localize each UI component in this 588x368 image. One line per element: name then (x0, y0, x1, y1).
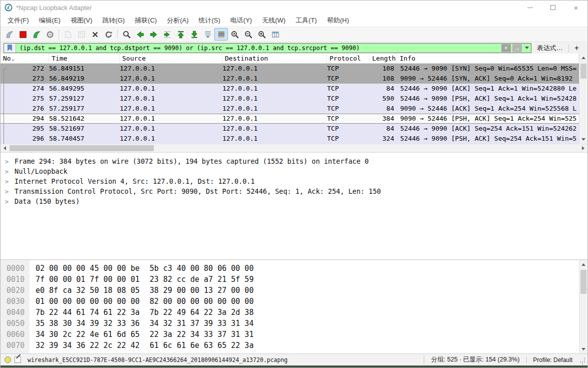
next-packet-button[interactable] (147, 28, 160, 41)
capture-options-button[interactable] (43, 28, 57, 41)
packet-row-296[interactable]: 29658.740457127.0.0.1127.0.0.1TCP3245244… (1, 134, 587, 144)
filter-bookmark-button[interactable] (4, 44, 16, 53)
close-button[interactable]: × (564, 1, 587, 15)
close-file-button[interactable] (88, 28, 102, 41)
hex-bytes-left[interactable]: 7b 22 44 61 74 61 22 3a (36, 308, 140, 317)
menu-go[interactable]: 跳转(G) (97, 16, 130, 25)
restart-capture-button[interactable] (30, 28, 43, 41)
start-capture-button[interactable] (3, 28, 16, 41)
reload-file-button[interactable] (102, 28, 115, 41)
hscrollbar-thumb[interactable] (10, 145, 154, 151)
scroll-up-arrow[interactable] (579, 54, 587, 62)
menu-capture[interactable]: 捕获(C) (130, 16, 162, 25)
column-header-info[interactable]: Info (397, 54, 579, 63)
menu-analyze[interactable]: 分析(A) (162, 16, 193, 25)
capture-comment-button[interactable] (13, 356, 23, 363)
maximize-button[interactable] (541, 1, 564, 15)
column-header-protocol[interactable]: Protocol (327, 54, 370, 63)
minimize-button[interactable] (518, 1, 541, 15)
packet-row-275[interactable]: 27557.259127127.0.0.1127.0.0.1TCP5905244… (1, 94, 587, 104)
auto-scroll-button[interactable] (201, 28, 214, 41)
detail-line-0[interactable]: >Frame 294: 384 bytes on wire (3072 bits… (1, 156, 587, 166)
menu-tools[interactable]: 工具(T) (290, 16, 322, 25)
hex-bytes-left[interactable]: 34 30 2c 22 4e 61 6d 65 (36, 330, 140, 339)
hex-bytes-right[interactable]: 61 6c 61 6e 63 65 22 3a (150, 341, 254, 350)
packet-row-274[interactable]: 27456.849295127.0.0.1127.0.0.1TCP8452446… (1, 84, 587, 94)
first-packet-button[interactable] (174, 28, 187, 41)
menu-statistics[interactable]: 统计(S) (193, 16, 225, 25)
column-header-source[interactable]: Source (120, 54, 222, 63)
profile-label[interactable]: Profile: Default (526, 356, 578, 363)
packet-list-hscrollbar[interactable] (1, 144, 587, 152)
expand-chevron-icon[interactable]: > (5, 187, 15, 196)
scroll-up-arrow[interactable] (579, 260, 587, 269)
find-packet-button[interactable] (120, 28, 133, 41)
hex-bytes-left[interactable]: e0 8f ca 32 50 18 08 05 (36, 286, 140, 295)
detail-line-4[interactable]: >Data (150 bytes) (1, 196, 587, 206)
first-packet-icon (176, 30, 185, 39)
expand-chevron-icon[interactable]: > (5, 157, 15, 166)
time-cell: 58.521642 (49, 114, 120, 123)
scroll-down-arrow[interactable] (579, 135, 587, 144)
hex-bytes-right[interactable]: 23 82 cc de a7 21 5f 59 (150, 275, 254, 284)
zoom-reset-button[interactable] (255, 28, 268, 41)
filter-history-dropdown[interactable] (523, 44, 531, 53)
expand-chevron-icon[interactable]: > (5, 177, 15, 186)
scrollbar-thumb[interactable] (580, 270, 586, 294)
hex-bytes-left[interactable]: 02 00 00 00 45 00 00 be (36, 264, 140, 273)
display-filter-input[interactable]: (ip.dst == 127.0.0.1 and tcp.dstport == … (16, 45, 501, 52)
zoom-out-button[interactable] (241, 28, 255, 41)
expert-info-button[interactable] (3, 356, 13, 363)
goto-packet-button[interactable] (160, 28, 174, 41)
hex-bytes-left[interactable]: 01 00 00 00 00 00 00 00 (36, 297, 140, 306)
packet-row-272[interactable]: 27256.849151127.0.0.1127.0.0.1TCP1085244… (1, 64, 587, 74)
filter-apply-button[interactable]: → (512, 44, 522, 52)
expand-chevron-icon[interactable]: > (5, 197, 15, 206)
scroll-right-arrow[interactable] (579, 144, 587, 152)
expression-button[interactable]: 表达式… (531, 44, 568, 53)
column-header-no[interactable]: No. (1, 54, 49, 63)
packet-row-276[interactable]: 27657.259177127.0.0.1127.0.0.1TCP849090 … (1, 104, 587, 114)
detail-line-1[interactable]: >Null/Loopback (1, 166, 587, 176)
packet-list-scrollbar[interactable] (579, 54, 587, 144)
column-header-time[interactable]: Time (49, 54, 120, 63)
scrollbar-thumb[interactable] (580, 64, 586, 79)
zoom-in-button[interactable] (228, 28, 241, 41)
filter-clear-button[interactable]: × (501, 44, 511, 52)
previous-packet-button[interactable] (133, 28, 147, 41)
menu-telephony[interactable]: 电话(Y) (225, 16, 257, 25)
resize-grip[interactable] (579, 357, 585, 363)
hex-bytes-right[interactable]: 22 3a 22 34 33 37 31 31 (150, 330, 254, 339)
packet-row-295[interactable]: 29558.521697127.0.0.1127.0.0.1TCP8452446… (1, 124, 587, 134)
column-header-destination[interactable]: Destination (222, 54, 327, 63)
menu-help[interactable]: 帮助(H) (322, 16, 354, 25)
hscroll-track[interactable] (9, 144, 579, 152)
detail-line-3[interactable]: >Transmission Control Protocol, Src Port… (1, 186, 587, 196)
display-filter-field[interactable]: (ip.dst == 127.0.0.1 and tcp.dstport == … (4, 43, 531, 53)
filter-add-button[interactable]: + (569, 44, 584, 53)
packet-row-294[interactable]: 29458.521642127.0.0.1127.0.0.1TCP3849090… (1, 114, 587, 124)
colorize-button[interactable] (214, 28, 228, 41)
menu-wireless[interactable]: 无线(W) (257, 16, 290, 25)
scroll-down-arrow[interactable] (579, 345, 587, 353)
expand-chevron-icon[interactable]: > (5, 167, 15, 176)
column-header-length[interactable]: Length (370, 54, 397, 63)
menu-edit[interactable]: 编辑(E) (34, 16, 66, 25)
last-packet-button[interactable] (187, 28, 201, 41)
hex-bytes-left[interactable]: 35 38 30 34 39 32 33 36 (36, 319, 140, 328)
hex-bytes-right[interactable]: 38 29 00 00 13 27 00 00 (150, 286, 254, 295)
hex-bytes-right[interactable]: 82 00 00 00 00 00 00 00 (150, 297, 254, 306)
scroll-left-arrow[interactable] (1, 144, 9, 152)
hex-bytes-left[interactable]: 32 39 34 36 22 2c 22 42 (36, 341, 140, 350)
hex-bytes-right[interactable]: 5b c3 40 00 80 06 00 00 (150, 264, 254, 273)
resize-columns-button[interactable] (268, 28, 282, 41)
hex-bytes-right[interactable]: 34 32 31 37 39 33 31 34 (150, 319, 254, 328)
bytes-scrollbar[interactable] (579, 260, 587, 353)
hex-bytes-left[interactable]: 7f 00 00 01 7f 00 00 01 (36, 275, 140, 284)
detail-line-2[interactable]: >Internet Protocol Version 4, Src: 127.0… (1, 176, 587, 186)
packet-row-273[interactable]: 27356.849219127.0.0.1127.0.0.1TCP1089090… (1, 74, 587, 84)
stop-capture-button[interactable] (16, 28, 30, 41)
menu-view[interactable]: 视图(V) (66, 16, 97, 25)
menu-file[interactable]: 文件(F) (3, 16, 34, 25)
hex-bytes-right[interactable]: 7b 22 49 64 22 3a 2d 38 (150, 308, 254, 317)
